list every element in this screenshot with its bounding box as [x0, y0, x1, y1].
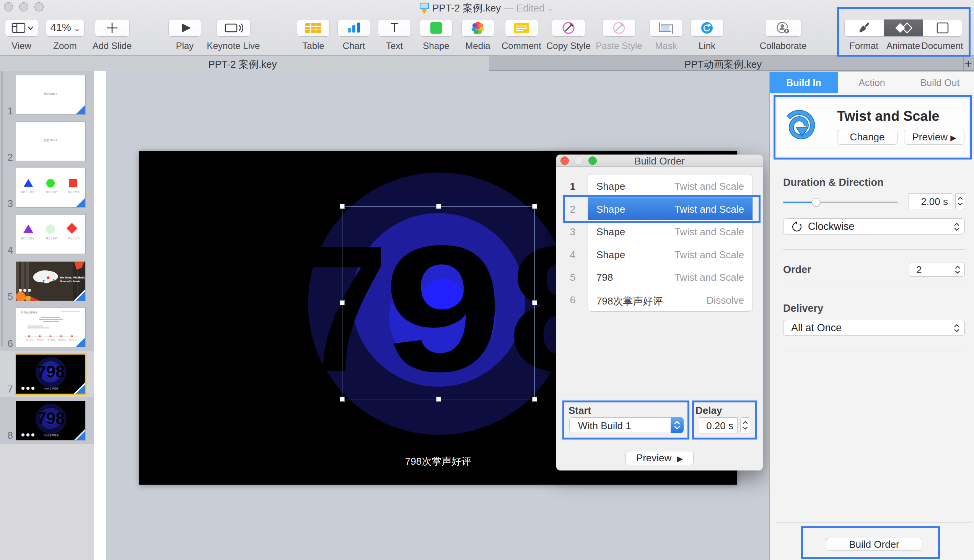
- svg-text:第二阶段: 第二阶段: [37, 339, 44, 341]
- svg-text:第四阶段: 第四阶段: [58, 339, 66, 342]
- svg-text:798: 798: [37, 409, 65, 428]
- svg-text:798次掌声好评: 798次掌声好评: [43, 387, 58, 390]
- svg-text:798次掌声好评: 798次掌声好评: [43, 434, 58, 437]
- svg-text:阶段性成果展示: 阶段性成果展示: [22, 311, 37, 314]
- svg-text:第三阶段: 第三阶段: [47, 339, 55, 341]
- svg-text:Now with lalala.: Now with lalala.: [60, 280, 81, 283]
- svg-text:We Wins, We Build: We Wins, We Build: [60, 276, 85, 279]
- svg-text:第一阶段: 第一阶段: [26, 339, 34, 341]
- svg-text:798: 798: [37, 362, 65, 381]
